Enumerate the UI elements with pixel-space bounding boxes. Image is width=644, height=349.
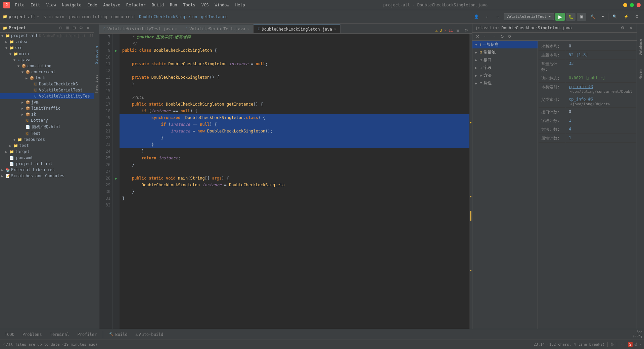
sidebar-settings-button[interactable]: ⚙ xyxy=(78,25,84,31)
expand-limittraffic[interactable]: ▶ xyxy=(21,107,25,110)
expand-resources[interactable]: ▼ xyxy=(13,138,17,142)
sidebar-locate-button[interactable]: ⊙ xyxy=(58,25,64,31)
expand-concurrent[interactable]: ▼ xyxy=(21,70,25,74)
expand-com-tuling[interactable]: ▼ xyxy=(17,64,21,68)
coverage-button[interactable]: ▣ xyxy=(577,13,586,21)
menu-analyze[interactable]: Analyze xyxy=(100,2,123,8)
todo-tab[interactable]: TODO xyxy=(1,331,18,338)
expand-lock[interactable]: ▶ xyxy=(26,76,29,80)
tree-item-iml[interactable]: 📄 project-all.iml xyxy=(0,161,94,167)
tree-item-java[interactable]: ▼ ☕ java xyxy=(0,57,94,63)
tree-item-concurrent[interactable]: ▼ 📦 concurrent xyxy=(0,69,94,75)
run-config-selector[interactable]: VolatileSerialTest ▾ xyxy=(504,13,554,20)
maven-tab[interactable]: Maven xyxy=(638,67,643,81)
status-line-separator[interactable]: · xyxy=(620,342,622,347)
profiler-tab[interactable]: Profiler xyxy=(74,331,100,338)
menu-code[interactable]: Code xyxy=(85,2,100,8)
menu-refactor[interactable]: Refactor xyxy=(124,2,148,8)
expand-java[interactable]: ▼ xyxy=(13,58,17,62)
sidebar-expand-button[interactable]: ⊞ xyxy=(64,25,71,31)
class-reload-btn[interactable]: ⟳ xyxy=(507,33,513,40)
expand-src[interactable]: ▼ xyxy=(5,46,9,50)
this-class-link[interactable]: cp_info #3 xyxy=(569,84,593,89)
tree-item-test-java[interactable]: C Test xyxy=(0,130,94,137)
menu-tools[interactable]: Tools xyxy=(181,2,198,8)
bc-com[interactable]: com xyxy=(82,14,89,19)
tree-item-lock[interactable]: ▶ 📦 lock xyxy=(0,75,94,81)
tree-item-scratches[interactable]: ▶ 📝 Scratches and Consoles xyxy=(0,173,94,179)
tab-volatile-visibility[interactable]: C VolatileVisibilityTest.java ✕ xyxy=(99,25,181,33)
menu-build[interactable]: Build xyxy=(149,2,167,8)
bc-method[interactable]: getInstance xyxy=(201,14,228,19)
tree-item-lottery-html[interactable]: 📄 随机抽奖.html xyxy=(0,123,94,130)
class-close-btn[interactable]: ✕ xyxy=(474,33,481,40)
bc-concurrent[interactable]: concurrent xyxy=(111,14,135,19)
tree-item-ext-libs[interactable]: ▶ 📚 External Libraries xyxy=(0,167,94,173)
settings-button[interactable]: ⚙ xyxy=(633,13,641,20)
status-position[interactable]: 23:14 (182 chars, 4 line breaks) xyxy=(534,342,605,347)
menu-view[interactable]: View xyxy=(44,2,59,8)
close-button[interactable] xyxy=(637,3,641,7)
collapse-all-button[interactable]: ⊟ xyxy=(455,27,461,33)
expand-project-all[interactable]: ▼ xyxy=(1,34,5,38)
expand-scratches[interactable]: ▶ xyxy=(1,174,5,178)
bc-main[interactable]: main xyxy=(55,14,64,19)
menu-help[interactable]: Help xyxy=(233,2,248,8)
class-back-btn[interactable]: ← xyxy=(482,33,489,40)
search-everywhere-button[interactable]: 🔍 xyxy=(610,13,620,20)
bc-src[interactable]: src xyxy=(44,14,51,19)
expand-test-folder[interactable]: ▶ xyxy=(9,144,13,148)
structure-tab[interactable]: Structure xyxy=(94,44,99,66)
menu-vcs[interactable]: VCS xyxy=(199,2,212,8)
tree-item-main[interactable]: ▼ 📁 main xyxy=(0,51,94,57)
tree-item-test-folder[interactable]: ▶ 📁 test xyxy=(0,143,94,149)
bc-tuling[interactable]: tuling xyxy=(93,14,107,19)
tree-item-target[interactable]: ▶ 📁 target xyxy=(0,149,94,155)
tree-item-jvm[interactable]: ▶ 📦 jvm xyxy=(0,99,94,105)
terminal-tab[interactable]: Terminal xyxy=(47,331,73,338)
tree-item-project-all[interactable]: ▼ 📁 project-all D:\ideaProjects\project-… xyxy=(0,33,94,39)
build-tab[interactable]: 🔨 Build xyxy=(106,331,131,338)
tree-item-zk[interactable]: ▶ 📦 zk xyxy=(0,111,94,117)
back-button[interactable]: ← xyxy=(483,13,492,20)
class-panel-close[interactable]: ✕ xyxy=(628,25,634,31)
class-tree-interface[interactable]: ▶ ⊟ 接口 xyxy=(472,56,538,64)
minimize-button[interactable] xyxy=(623,3,627,7)
expand-jvm[interactable]: ▶ xyxy=(21,101,25,104)
bc-class[interactable]: DoubleCheckLockSingleton xyxy=(139,14,197,19)
project-selector[interactable]: 📁 project-all ▾ xyxy=(3,14,39,19)
code-lines[interactable]: * @author 图灵学院-诸葛老师 */ public class Doub… xyxy=(120,34,469,329)
tree-item-dcls[interactable]: C DoubleCheckLockS xyxy=(0,81,94,87)
run-marker-28[interactable]: ▶ xyxy=(115,177,117,180)
tab-close-vvt[interactable]: ✕ xyxy=(175,27,177,31)
expand-target[interactable]: ▶ xyxy=(5,150,9,154)
expand-main[interactable]: ▼ xyxy=(9,52,13,56)
class-tree-attr[interactable]: ▶ ≡ 属性 xyxy=(472,79,538,87)
status-encoding[interactable]: 英 xyxy=(610,342,614,347)
more-run-button[interactable]: ▾ xyxy=(599,13,607,20)
class-refresh-btn[interactable]: ↻ xyxy=(499,33,505,40)
tab-volatile-serial[interactable]: C VolatileSerialTest.java ✕ xyxy=(181,25,254,33)
sidebar-collapse-button[interactable]: ⊟ xyxy=(71,25,77,31)
tree-item-resources[interactable]: ▼ 📁 resources xyxy=(0,137,94,143)
editor-settings-button[interactable]: ⚙ xyxy=(463,27,469,33)
tree-item-com-tuling[interactable]: ▼ 📦 com.tuling xyxy=(0,63,94,69)
problems-tab[interactable]: Problems xyxy=(19,331,45,338)
tree-item-vst[interactable]: C VolatileSerialTest xyxy=(0,87,94,93)
menu-navigate[interactable]: Navigate xyxy=(59,2,84,8)
forward-button[interactable]: → xyxy=(493,13,502,20)
maximize-button[interactable] xyxy=(630,3,634,7)
run-marker-9[interactable]: ▶ xyxy=(115,49,117,52)
menu-window[interactable]: Window xyxy=(212,2,232,8)
code-editor[interactable]: 7 8 9 10 11 12 13 14 15 16 17 18 19 20 2… xyxy=(99,34,472,329)
tree-item-idea[interactable]: ▶ 📁 .idea xyxy=(0,39,94,45)
tree-item-pom[interactable]: 📄 pom.xml xyxy=(0,155,94,161)
class-tree-general[interactable]: ▼ ℹ 一般信息 xyxy=(472,41,538,48)
class-tree-constantpool[interactable]: ▶ ⊡ 常量池 xyxy=(472,48,538,56)
favorites-tab[interactable]: Favorites xyxy=(94,73,99,95)
tree-item-lottery[interactable]: C Lottery xyxy=(0,117,94,123)
plugins-button[interactable]: ⚡ xyxy=(621,13,631,20)
sidebar-close-button[interactable]: ✕ xyxy=(85,25,91,31)
debug-button[interactable]: 🐛 xyxy=(566,13,576,21)
bc-java[interactable]: java xyxy=(68,14,78,19)
